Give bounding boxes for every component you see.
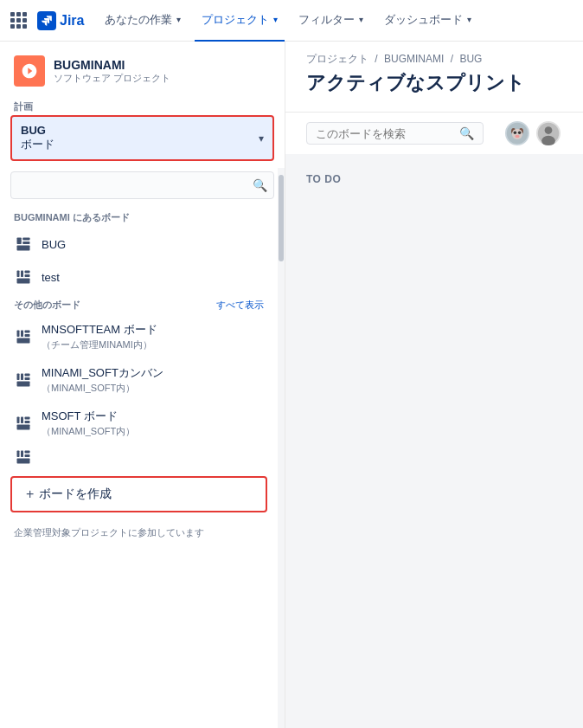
svg-rect-18 <box>17 382 30 387</box>
project-icon <box>14 55 45 87</box>
svg-rect-15 <box>21 374 23 381</box>
column-todo: TO DO <box>306 168 497 714</box>
svg-rect-1 <box>22 238 29 241</box>
chevron-down-icon: ▾ <box>467 15 471 24</box>
svg-rect-0 <box>17 238 22 245</box>
sidebar-section-label: 計画 <box>0 97 285 115</box>
svg-rect-10 <box>21 331 23 338</box>
chevron-down-icon: ▾ <box>176 15 181 24</box>
svg-point-37 <box>545 126 553 134</box>
create-board-button[interactable]: + ボードを作成 <box>10 476 267 512</box>
svg-rect-12 <box>25 334 30 337</box>
svg-rect-13 <box>17 338 30 344</box>
svg-rect-6 <box>25 271 30 274</box>
svg-point-34 <box>518 131 522 134</box>
svg-rect-23 <box>17 425 30 430</box>
main-header: プロジェクト / BUGMINAMI / BUG アクティブなスプリント <box>285 42 583 113</box>
enterprise-note: 企業管理対象プロジェクトに参加しています <box>0 523 278 546</box>
nav-item-dashboard[interactable]: ダッシュボード ▾ <box>377 0 478 42</box>
scrollbar-thumb <box>279 175 284 261</box>
breadcrumb-bugminami[interactable]: BUGMINAMI <box>384 53 444 65</box>
board-search-container: 🔍 <box>10 171 274 199</box>
svg-rect-4 <box>17 271 20 278</box>
chevron-down-icon: ▾ <box>259 132 264 145</box>
breadcrumb-sep1: / <box>375 53 377 65</box>
column-todo-header: TO DO <box>306 168 497 190</box>
svg-rect-11 <box>25 331 30 333</box>
svg-rect-17 <box>25 377 30 380</box>
board-grid-icon <box>14 327 33 346</box>
board-search-container: 🔍 <box>306 122 484 145</box>
board-item-test[interactable]: test <box>0 261 278 293</box>
boards-in-project-title: BUGMINAMI にあるボード <box>0 206 278 228</box>
board-search-input[interactable] <box>316 127 454 140</box>
breadcrumb-projects[interactable]: プロジェクト <box>306 53 368 65</box>
selected-board-category: ボード <box>21 137 54 152</box>
board-area: TO DO <box>285 154 583 728</box>
chevron-down-icon: ▾ <box>359 15 363 24</box>
breadcrumb-sep2: / <box>451 53 453 65</box>
jira-logo-icon <box>37 11 56 30</box>
jira-logo[interactable]: Jira <box>37 11 84 30</box>
avatar-2[interactable] <box>535 119 562 147</box>
top-navigation: Jira あなたの作業 ▾ プロジェクト ▾ フィルター ▾ ダッシュボード ▾ <box>0 0 583 42</box>
svg-rect-2 <box>22 242 29 244</box>
plus-icon: + <box>26 486 34 502</box>
project-info: BUGMINAMI ソフトウェア プロジェクト <box>54 58 170 85</box>
board-item-bug[interactable]: BUG <box>0 228 278 261</box>
avatar-group <box>503 119 562 147</box>
breadcrumb: プロジェクト / BUGMINAMI / BUG <box>306 52 562 67</box>
board-item-msoft[interactable]: MSOFT ボード （MINAMI_SOFT内） <box>0 402 278 445</box>
project-type: ソフトウェア プロジェクト <box>54 72 170 85</box>
apps-icon[interactable] <box>10 12 27 29</box>
search-icon: 🔍 <box>253 178 267 192</box>
board-grid-icon <box>14 267 33 287</box>
svg-rect-19 <box>17 417 20 424</box>
svg-rect-22 <box>25 421 30 423</box>
svg-rect-25 <box>21 451 23 458</box>
svg-rect-21 <box>25 417 30 420</box>
svg-rect-24 <box>17 451 20 458</box>
other-boards-title: その他のボード <box>14 299 80 312</box>
svg-rect-20 <box>21 417 23 424</box>
board-list-scroll: BUGMINAMI にあるボード BUG <box>0 206 285 546</box>
main-layout: BUGMINAMI ソフトウェア プロジェクト 計画 BUG ボード ▾ 🔍 <box>0 42 583 728</box>
svg-rect-27 <box>25 454 30 457</box>
svg-rect-3 <box>17 246 30 251</box>
svg-rect-28 <box>17 459 30 464</box>
board-dropdown: 🔍 BUGMINAMI にあるボード BUG <box>0 168 285 728</box>
board-item-minami-soft[interactable]: MINAMI_SOFTカンバン （MINAMI_SOFT内） <box>0 358 278 402</box>
nav-item-work[interactable]: あなたの作業 ▾ <box>98 0 188 42</box>
svg-rect-7 <box>25 274 30 277</box>
board-item-partial[interactable] <box>0 445 278 469</box>
svg-rect-14 <box>17 374 20 381</box>
svg-rect-26 <box>25 451 30 454</box>
board-grid-icon <box>14 448 33 467</box>
svg-point-33 <box>514 131 517 134</box>
board-item-mnsoftteam[interactable]: MNSOFTTEAM ボード （チーム管理MINAMI内） <box>0 315 278 358</box>
other-boards-header: その他のボード すべて表示 <box>0 293 278 315</box>
chevron-down-icon: ▾ <box>273 15 278 24</box>
create-board-label: ボードを作成 <box>39 486 112 502</box>
nav-item-filters[interactable]: フィルター ▾ <box>292 0 370 42</box>
avatar-1[interactable] <box>503 119 531 147</box>
scrollbar-track <box>278 168 285 728</box>
board-grid-icon <box>14 370 33 390</box>
sidebar-project-header: BUGMINAMI ソフトウェア プロジェクト <box>0 42 285 97</box>
selected-board-text: BUG ボード <box>21 124 54 152</box>
svg-rect-8 <box>17 279 30 284</box>
nav-item-projects[interactable]: プロジェクト ▾ <box>195 0 285 42</box>
svg-rect-9 <box>17 331 20 338</box>
svg-point-35 <box>515 135 519 139</box>
sidebar: BUGMINAMI ソフトウェア プロジェクト 計画 BUG ボード ▾ 🔍 <box>0 42 285 728</box>
selected-board-name: BUG <box>21 124 54 137</box>
column-todo-body <box>306 197 497 370</box>
search-icon: 🔍 <box>459 126 474 140</box>
main-content: プロジェクト / BUGMINAMI / BUG アクティブなスプリント 🔍 <box>285 42 583 728</box>
breadcrumb-bug[interactable]: BUG <box>459 53 482 65</box>
board-search-input[interactable] <box>10 171 274 199</box>
page-title: アクティブなスプリント <box>306 70 562 96</box>
show-all-link[interactable]: すべて表示 <box>216 299 264 312</box>
board-toolbar: 🔍 <box>285 113 583 154</box>
selected-board-dropdown[interactable]: BUG ボード ▾ <box>10 115 274 161</box>
